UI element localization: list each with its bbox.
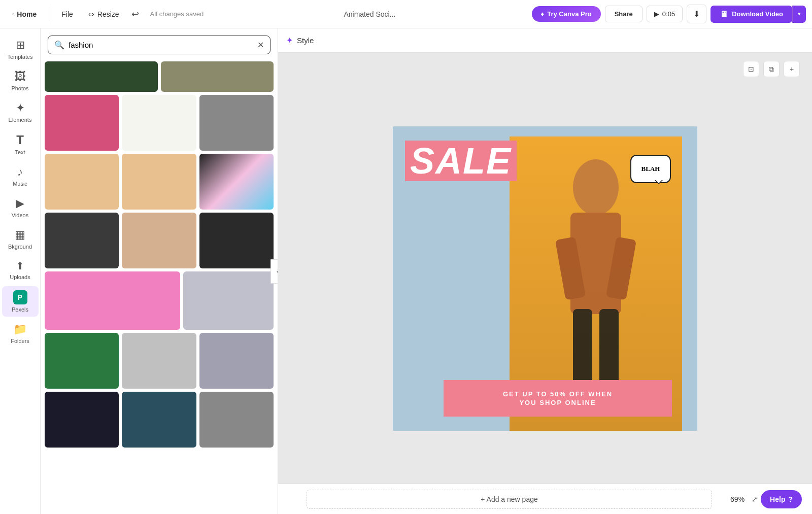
saved-status: All changes saved [146,10,208,18]
canvas-area: ✦ Style ⊡ ⧉ + [278,28,812,514]
list-item[interactable] [199,333,274,389]
sidebar-item-background[interactable]: ▦ Bkground [2,224,39,254]
design-sale-block[interactable]: SALE [405,141,517,181]
sidebar-item-videos[interactable]: ▶ Videos [2,193,39,222]
grid-col-3 [199,95,274,151]
pexels-label: Pexels [12,306,28,313]
hide-panel-button[interactable]: ‹ [270,259,278,284]
list-item[interactable] [122,333,196,389]
chevron-left-icon: ‹ [12,11,14,17]
file-button[interactable]: File [55,7,79,21]
download-video-button[interactable]: 🖥 Download Video [710,6,792,23]
sidebar-item-text[interactable]: T Text [2,129,39,159]
sidebar-item-music[interactable]: ♪ Music [2,161,39,191]
list-item[interactable] [122,95,196,151]
elements-icon: ✦ [16,101,25,115]
folders-icon: 📁 [13,323,27,336]
search-bar: 🔍 ✕ [41,28,278,59]
grid-col-1 [45,95,119,151]
clear-search-button[interactable]: ✕ [257,40,264,50]
sidebar-item-templates[interactable]: ⊞ Templates [2,35,39,64]
elements-label: Elements [9,117,32,123]
search-input[interactable] [69,41,253,49]
canvas-controls: ⊡ ⧉ + [743,61,800,77]
list-item[interactable] [183,271,274,330]
list-item[interactable] [122,392,196,448]
grid-col-16 [122,392,196,448]
zoom-controls: 69% ⤢ [730,493,761,505]
share-button[interactable]: Share [605,6,642,22]
list-item[interactable] [199,154,274,210]
list-item[interactable] [45,213,119,268]
sidebar-item-elements[interactable]: ✦ Elements [2,97,39,127]
list-item[interactable] [45,61,158,92]
download-dropdown-button[interactable]: ▾ [792,6,806,23]
add-page-top-button[interactable]: + [784,61,800,77]
grid-col-7 [45,213,119,268]
list-item[interactable] [161,61,274,92]
list-item[interactable] [199,392,274,448]
sidebar-item-folders[interactable]: 📁 Folders [2,319,39,348]
design-bottom-block[interactable]: GET UP TO 50% OFF WHEN YOU SHOP ONLINE [444,380,672,417]
videos-label: Videos [12,212,28,218]
grid-col-6 [199,154,274,210]
add-icon: + [790,65,794,73]
design-bottom-line2: YOU SHOP ONLINE [519,399,596,406]
pro-label: Try Canva Pro [547,10,591,18]
list-item[interactable] [45,333,119,389]
design-frame[interactable]: SALE BLAH GET UP TO 50% OFF WHEN YOU SHO… [393,126,697,431]
home-label: Home [17,10,37,18]
download-group: 🖥 Download Video ▾ [710,6,806,23]
list-item[interactable] [199,95,274,151]
text-icon: T [16,133,24,147]
list-item[interactable] [122,154,196,210]
sidebar-item-uploads[interactable]: ⬆ Uploads [2,256,39,284]
grid-col-12 [45,333,119,389]
copy-button[interactable]: ⧉ [763,61,780,77]
play-button[interactable]: ▶ 0:05 [647,6,683,22]
add-page-button[interactable]: + Add a new page [307,490,712,509]
canvas-viewport[interactable]: ⊡ ⧉ + [278,53,812,484]
grid-col-right [161,61,274,92]
list-item[interactable] [45,154,119,210]
download-video-label: Download Video [732,10,783,18]
help-label: Help [770,495,785,503]
list-item[interactable] [199,213,274,268]
pro-button[interactable]: ♦ Try Canva Pro [532,6,601,22]
design-speech-bubble[interactable]: BLAH [630,155,671,185]
sidebar-item-photos[interactable]: 🖼 Photos [2,66,39,95]
list-item[interactable] [45,392,119,448]
grid-col-2 [122,95,196,151]
frame-button[interactable]: ⊡ [743,61,759,77]
resize-icon: ⇔ [88,10,94,18]
image-grid [41,59,278,514]
design-sale-text: SALE [410,143,512,179]
grid-col-13 [122,333,196,389]
download-icon-button[interactable]: ⬇ [687,5,706,23]
zoom-expand-button[interactable]: ⤢ [749,493,761,505]
list-item[interactable] [122,213,196,268]
undo-button[interactable]: ↩ [128,6,142,23]
grid-col-14 [199,333,274,389]
resize-button[interactable]: ⇔ Resize [83,7,124,21]
list-item[interactable] [45,95,119,151]
frame-icon: ⊡ [748,65,754,73]
grid-col-left [45,61,158,92]
list-item[interactable] [45,271,180,330]
main-layout: ⊞ Templates 🖼 Photos ✦ Elements T Text ♪… [0,28,812,514]
sidebar-item-pexels[interactable]: P Pexels [2,286,39,317]
grid-col-9 [199,213,274,268]
nav-divider [49,7,49,21]
bottom-bar: + Add a new page 69% ⤢ Help ? [278,484,812,514]
music-label: Music [13,181,27,187]
grid-col-8 [122,213,196,268]
grid-col-15 [45,392,119,448]
folders-label: Folders [11,338,29,344]
search-icon: 🔍 [54,40,64,50]
help-button[interactable]: Help ? [761,490,802,508]
background-label: Bkground [8,244,32,250]
project-title: Animated Soci... [344,10,395,18]
home-button[interactable]: ‹ Home [6,7,43,21]
grid-col-10 [45,271,180,330]
design-bottom-line1: GET UP TO 50% OFF WHEN [503,390,613,398]
